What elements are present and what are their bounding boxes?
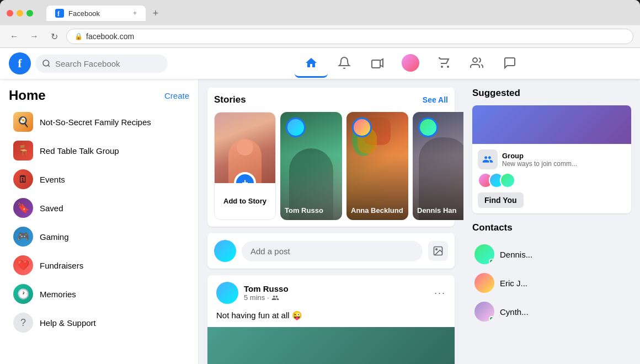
story-avatar-tom — [286, 117, 306, 137]
bell-icon — [338, 56, 351, 69]
sidebar-label-help: Help & Support — [40, 318, 96, 328]
browser-toolbar: ← → ↻ 🔒 facebook.com — [0, 25, 640, 48]
see-all-button[interactable]: See All — [423, 95, 448, 104]
story-avatar-dennis — [418, 117, 438, 137]
story-avatar-anna — [352, 117, 372, 137]
messenger-icon — [503, 56, 516, 69]
svg-point-9 — [436, 249, 438, 250]
contact-item-cynthia[interactable]: Cynth... — [472, 297, 631, 326]
facebook-logo[interactable]: f — [9, 52, 31, 74]
svg-point-7 — [473, 58, 477, 62]
sidebar-icon-help: ? — [13, 313, 33, 333]
sidebar-item-fundraisers[interactable]: ❤️ Fundraisers — [4, 251, 194, 280]
sidebar-label-family-recipes: Not-So-Secret Family Recipes — [40, 117, 151, 127]
find-you-button[interactable]: Find You — [478, 192, 524, 208]
sidebar-icon-family-recipes: 🍳 — [13, 112, 33, 132]
svg-point-6 — [447, 66, 449, 67]
refresh-button[interactable]: ↻ — [46, 29, 62, 44]
post-box: Add a post — [207, 233, 455, 269]
nav-messenger[interactable] — [493, 49, 526, 78]
contact-item-eric[interactable]: Eric J... — [472, 269, 631, 297]
post-box-avatar — [214, 240, 236, 262]
groups-icon — [470, 56, 483, 69]
post-input[interactable]: Add a post — [242, 241, 423, 261]
nav-profile[interactable] — [394, 49, 427, 78]
story-card-anna-becklund[interactable]: Anna Becklund — [346, 112, 408, 220]
post-photo-button[interactable] — [428, 241, 448, 261]
svg-rect-0 — [55, 9, 64, 18]
story-name-anna: Anna Becklund — [351, 206, 404, 216]
contact-avatar-eric — [474, 273, 494, 293]
post-separator: · — [267, 293, 269, 302]
close-button[interactable] — [7, 10, 13, 17]
contacts-title: Contacts — [472, 222, 631, 233]
minimize-button[interactable] — [17, 10, 23, 17]
sidebar-label-red-table: Red Table Talk Group — [40, 146, 119, 156]
sidebar-header: Home Create — [0, 83, 198, 108]
sidebar-label-gaming: Gaming — [40, 232, 69, 242]
stories-header: Stories See All — [214, 94, 448, 105]
group-desc: New ways to join comm... — [502, 160, 577, 168]
create-button[interactable]: Create — [164, 91, 189, 100]
address-bar[interactable]: 🔒 facebook.com — [66, 29, 633, 44]
post-more-button[interactable]: ··· — [434, 287, 446, 299]
sidebar-item-memories[interactable]: 🕐 Memories — [4, 280, 194, 308]
suggested-avatar-3 — [500, 173, 515, 188]
post-author-avatar — [216, 282, 238, 304]
add-story-bottom: Add to Story — [215, 183, 275, 220]
story-card-tom-russo[interactable]: Tom Russo — [280, 112, 342, 220]
browser-titlebar: f Facebook + + — [0, 0, 640, 25]
sidebar-item-family-recipes[interactable]: 🍳 Not-So-Secret Family Recipes — [4, 108, 194, 136]
online-indicator-cynthia — [489, 316, 494, 322]
forward-button[interactable]: → — [26, 29, 42, 44]
add-story-card[interactable]: + Add to Story — [214, 112, 276, 220]
sidebar-label-saved: Saved — [40, 204, 63, 213]
suggested-banner — [472, 105, 631, 144]
maximize-button[interactable] — [26, 10, 33, 17]
sidebar-item-gaming[interactable]: 🎮 Gaming — [4, 222, 194, 251]
active-tab[interactable]: f Facebook + — [46, 6, 146, 21]
contact-avatar-cynthia — [474, 302, 494, 322]
logo-f: f — [18, 56, 22, 71]
contact-avatar-dennis — [474, 244, 494, 264]
sidebar-item-saved[interactable]: 🔖 Saved — [4, 194, 194, 222]
svg-point-5 — [441, 66, 442, 67]
search-input[interactable] — [55, 59, 161, 68]
sidebar-icon-red-table: 🪑 — [13, 141, 33, 160]
url-display: facebook.com — [86, 32, 134, 41]
post-card-1: Tom Russo 5 mins · ··· Not — [207, 275, 455, 364]
search-bar[interactable] — [35, 55, 168, 73]
feed: Stories See All + — [199, 79, 463, 364]
search-icon — [42, 59, 51, 68]
new-tab-button[interactable]: + — [148, 6, 163, 21]
contact-name-dennis: Dennis... — [500, 250, 532, 259]
suggested-card: Group New ways to join comm... Find You — [472, 105, 631, 213]
nav-icons — [190, 49, 631, 78]
nav-home[interactable] — [295, 49, 328, 78]
sidebar-item-red-table[interactable]: 🪑 Red Table Talk Group — [4, 136, 194, 165]
nav-notifications[interactable] — [328, 49, 361, 78]
video-icon — [371, 56, 384, 69]
sidebar-icon-saved: 🔖 — [13, 198, 33, 218]
sidebar-icon-fundraisers: ❤️ — [13, 255, 33, 275]
sidebar-item-events[interactable]: 🗓 Events — [4, 165, 194, 194]
story-card-dennis-han[interactable]: Dennis Han — [413, 112, 463, 220]
nav-watch[interactable] — [361, 49, 394, 78]
lock-icon: 🔒 — [74, 33, 83, 40]
nav-marketplace[interactable] — [427, 49, 460, 78]
post-author-name: Tom Russo — [244, 284, 429, 293]
back-button[interactable]: ← — [7, 29, 22, 44]
post-text: Not having fun at all 😜 — [216, 311, 302, 320]
nav-groups[interactable] — [460, 49, 493, 78]
tab-close-button[interactable]: + — [133, 9, 137, 17]
sidebar-item-help[interactable]: ? Help & Support — [4, 308, 194, 337]
traffic-lights — [7, 10, 33, 17]
post-meta: 5 mins · — [244, 293, 429, 302]
sidebar-label-events: Events — [40, 175, 65, 184]
post-author-info: Tom Russo 5 mins · — [244, 284, 429, 302]
main-content: Home Create 🍳 Not-So-Secret Family Recip… — [0, 79, 640, 364]
sidebar-label-fundraisers: Fundraisers — [40, 261, 83, 270]
contact-item-dennis[interactable]: Dennis... — [472, 240, 631, 269]
post-image — [207, 327, 455, 364]
online-indicator-dennis — [489, 259, 494, 264]
